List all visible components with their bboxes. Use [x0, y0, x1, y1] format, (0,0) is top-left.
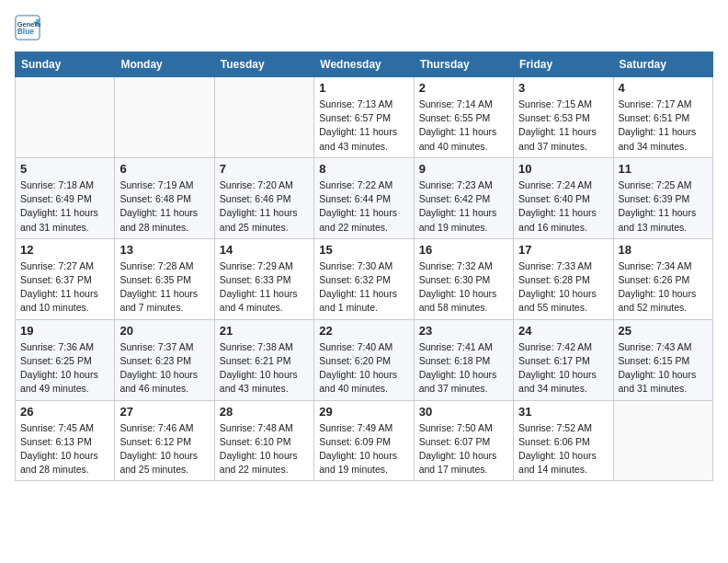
day-info: Sunrise: 7:42 AM Sunset: 6:17 PM Dayligh…: [518, 340, 608, 396]
day-number: 20: [119, 324, 209, 338]
day-number: 22: [319, 324, 408, 338]
day-info: Sunrise: 7:19 AM Sunset: 6:48 PM Dayligh…: [119, 178, 209, 235]
calendar-cell: 21Sunrise: 7:38 AM Sunset: 6:21 PM Dayli…: [214, 319, 313, 400]
day-number: 1: [319, 81, 408, 95]
calendar-cell: [613, 400, 712, 481]
calendar-cell: 13Sunrise: 7:28 AM Sunset: 6:35 PM Dayli…: [115, 238, 214, 319]
day-info: Sunrise: 7:50 AM Sunset: 6:07 PM Dayligh…: [419, 421, 508, 477]
calendar-cell: 4Sunrise: 7:17 AM Sunset: 6:51 PM Daylig…: [613, 77, 712, 158]
calendar-cell: 9Sunrise: 7:23 AM Sunset: 6:42 PM Daylig…: [414, 157, 513, 238]
calendar-cell: 18Sunrise: 7:34 AM Sunset: 6:26 PM Dayli…: [613, 238, 712, 319]
svg-text:Blue: Blue: [17, 27, 34, 36]
day-info: Sunrise: 7:43 AM Sunset: 6:15 PM Dayligh…: [619, 340, 708, 396]
calendar-cell: 24Sunrise: 7:42 AM Sunset: 6:17 PM Dayli…: [514, 319, 613, 400]
day-number: 19: [20, 324, 109, 338]
weekday-header-thursday: Thursday: [414, 52, 513, 77]
day-info: Sunrise: 7:46 AM Sunset: 6:12 PM Dayligh…: [119, 421, 209, 477]
day-number: 6: [119, 162, 209, 176]
calendar-cell: [115, 77, 214, 158]
day-number: 7: [220, 162, 309, 176]
day-number: 2: [419, 81, 508, 95]
day-info: Sunrise: 7:49 AM Sunset: 6:09 PM Dayligh…: [319, 421, 408, 477]
day-info: Sunrise: 7:25 AM Sunset: 6:39 PM Dayligh…: [619, 178, 708, 235]
calendar-cell: [16, 77, 115, 158]
weekday-header-monday: Monday: [115, 52, 214, 77]
calendar-cell: 29Sunrise: 7:49 AM Sunset: 6:09 PM Dayli…: [314, 400, 414, 481]
day-number: 26: [20, 405, 109, 419]
day-info: Sunrise: 7:48 AM Sunset: 6:10 PM Dayligh…: [220, 421, 309, 477]
day-info: Sunrise: 7:24 AM Sunset: 6:40 PM Dayligh…: [518, 178, 608, 235]
calendar-cell: 11Sunrise: 7:25 AM Sunset: 6:39 PM Dayli…: [613, 157, 712, 238]
calendar-cell: 16Sunrise: 7:32 AM Sunset: 6:30 PM Dayli…: [414, 238, 513, 319]
weekday-header-friday: Friday: [514, 52, 613, 77]
calendar-cell: 8Sunrise: 7:22 AM Sunset: 6:44 PM Daylig…: [314, 157, 414, 238]
calendar-cell: 22Sunrise: 7:40 AM Sunset: 6:20 PM Dayli…: [314, 319, 414, 400]
calendar-cell: 2Sunrise: 7:14 AM Sunset: 6:55 PM Daylig…: [414, 77, 513, 158]
day-number: 14: [220, 243, 309, 257]
calendar-cell: 28Sunrise: 7:48 AM Sunset: 6:10 PM Dayli…: [214, 400, 313, 481]
calendar-cell: 6Sunrise: 7:19 AM Sunset: 6:48 PM Daylig…: [115, 157, 214, 238]
calendar-cell: 19Sunrise: 7:36 AM Sunset: 6:25 PM Dayli…: [16, 319, 115, 400]
day-info: Sunrise: 7:28 AM Sunset: 6:35 PM Dayligh…: [119, 259, 209, 316]
calendar-cell: 15Sunrise: 7:30 AM Sunset: 6:32 PM Dayli…: [314, 238, 414, 319]
day-info: Sunrise: 7:30 AM Sunset: 6:32 PM Dayligh…: [319, 259, 408, 316]
day-number: 30: [419, 405, 508, 419]
day-info: Sunrise: 7:32 AM Sunset: 6:30 PM Dayligh…: [419, 259, 508, 316]
day-number: 21: [220, 324, 309, 338]
calendar-cell: 31Sunrise: 7:52 AM Sunset: 6:06 PM Dayli…: [514, 400, 613, 481]
calendar-cell: 10Sunrise: 7:24 AM Sunset: 6:40 PM Dayli…: [514, 157, 613, 238]
calendar-cell: 5Sunrise: 7:18 AM Sunset: 6:49 PM Daylig…: [16, 157, 115, 238]
weekday-header-wednesday: Wednesday: [314, 52, 414, 77]
calendar-cell: 3Sunrise: 7:15 AM Sunset: 6:53 PM Daylig…: [514, 77, 613, 158]
day-info: Sunrise: 7:38 AM Sunset: 6:21 PM Dayligh…: [220, 340, 309, 396]
calendar-cell: 14Sunrise: 7:29 AM Sunset: 6:33 PM Dayli…: [214, 238, 313, 319]
day-info: Sunrise: 7:20 AM Sunset: 6:46 PM Dayligh…: [220, 178, 309, 235]
weekday-header-sunday: Sunday: [16, 52, 115, 77]
day-number: 24: [518, 324, 608, 338]
day-info: Sunrise: 7:14 AM Sunset: 6:55 PM Dayligh…: [419, 98, 508, 154]
calendar-cell: [214, 77, 313, 158]
day-number: 9: [419, 162, 508, 176]
calendar-cell: 12Sunrise: 7:27 AM Sunset: 6:37 PM Dayli…: [16, 238, 115, 319]
calendar-cell: 23Sunrise: 7:41 AM Sunset: 6:18 PM Dayli…: [414, 319, 513, 400]
day-number: 5: [20, 162, 109, 176]
day-number: 13: [119, 243, 209, 257]
day-info: Sunrise: 7:17 AM Sunset: 6:51 PM Dayligh…: [619, 98, 708, 154]
day-info: Sunrise: 7:34 AM Sunset: 6:26 PM Dayligh…: [619, 259, 708, 316]
day-number: 4: [619, 81, 708, 95]
calendar-cell: 1Sunrise: 7:13 AM Sunset: 6:57 PM Daylig…: [314, 77, 414, 158]
calendar-cell: 26Sunrise: 7:45 AM Sunset: 6:13 PM Dayli…: [16, 400, 115, 481]
day-number: 28: [220, 405, 309, 419]
day-info: Sunrise: 7:27 AM Sunset: 6:37 PM Dayligh…: [20, 259, 109, 316]
day-info: Sunrise: 7:18 AM Sunset: 6:49 PM Dayligh…: [20, 178, 109, 235]
calendar-cell: 27Sunrise: 7:46 AM Sunset: 6:12 PM Dayli…: [115, 400, 214, 481]
calendar-cell: 7Sunrise: 7:20 AM Sunset: 6:46 PM Daylig…: [214, 157, 313, 238]
day-info: Sunrise: 7:33 AM Sunset: 6:28 PM Dayligh…: [518, 259, 608, 316]
day-info: Sunrise: 7:23 AM Sunset: 6:42 PM Dayligh…: [419, 178, 508, 235]
day-number: 15: [319, 243, 408, 257]
day-number: 25: [619, 324, 708, 338]
day-number: 8: [319, 162, 408, 176]
logo-icon: General Blue: [15, 15, 40, 40]
day-info: Sunrise: 7:37 AM Sunset: 6:23 PM Dayligh…: [119, 340, 209, 396]
day-number: 16: [419, 243, 508, 257]
day-number: 3: [518, 81, 608, 95]
day-number: 12: [20, 243, 109, 257]
logo: General Blue: [15, 15, 44, 40]
day-number: 18: [619, 243, 708, 257]
day-number: 11: [619, 162, 708, 176]
day-info: Sunrise: 7:13 AM Sunset: 6:57 PM Dayligh…: [319, 98, 408, 154]
calendar-cell: 25Sunrise: 7:43 AM Sunset: 6:15 PM Dayli…: [613, 319, 712, 400]
day-info: Sunrise: 7:45 AM Sunset: 6:13 PM Dayligh…: [20, 421, 109, 477]
calendar-cell: 20Sunrise: 7:37 AM Sunset: 6:23 PM Dayli…: [115, 319, 214, 400]
day-info: Sunrise: 7:22 AM Sunset: 6:44 PM Dayligh…: [319, 178, 408, 235]
calendar-cell: 30Sunrise: 7:50 AM Sunset: 6:07 PM Dayli…: [414, 400, 513, 481]
day-number: 29: [319, 405, 408, 419]
day-number: 17: [518, 243, 608, 257]
day-info: Sunrise: 7:40 AM Sunset: 6:20 PM Dayligh…: [319, 340, 408, 396]
calendar-table: SundayMondayTuesdayWednesdayThursdayFrid…: [15, 52, 713, 481]
weekday-header-saturday: Saturday: [613, 52, 712, 77]
weekday-header-tuesday: Tuesday: [214, 52, 313, 77]
day-number: 27: [119, 405, 209, 419]
day-info: Sunrise: 7:41 AM Sunset: 6:18 PM Dayligh…: [419, 340, 508, 396]
